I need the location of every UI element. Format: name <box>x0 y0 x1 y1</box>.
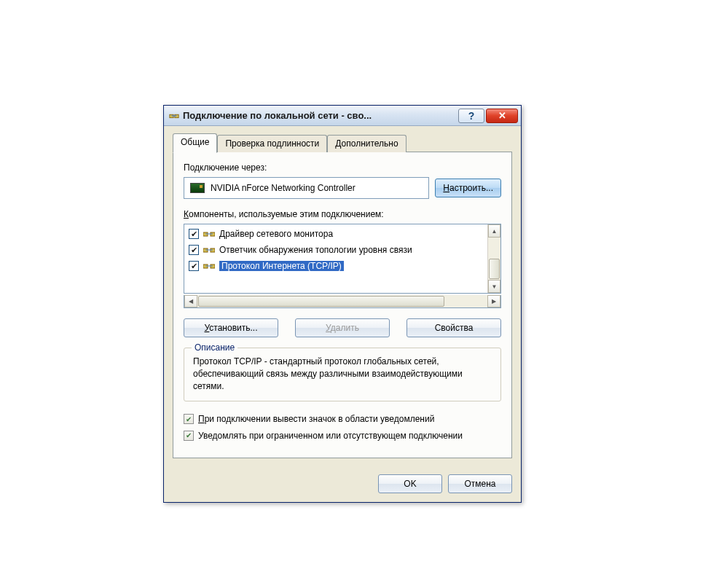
list-item[interactable]: ✔ Драйвер сетевого монитора <box>184 226 487 242</box>
list-item-label: Драйвер сетевого монитора <box>219 229 333 239</box>
list-item-label: Протокол Интернета (TCP/IP) <box>219 260 344 272</box>
properties-dialog: Подключение по локальной сети - сво... ?… <box>163 105 522 503</box>
ok-button[interactable]: OK <box>378 474 442 493</box>
scroll-thumb[interactable] <box>489 259 500 279</box>
protocol-icon <box>203 262 215 270</box>
description-groupbox: Описание Протокол TCP/IP - стандартный п… <box>184 348 501 401</box>
scroll-thumb[interactable] <box>198 296 444 307</box>
protocol-icon <box>203 246 215 254</box>
checkbox-label: При подключении вывести значок в области… <box>198 413 434 425</box>
scroll-down-icon[interactable]: ▼ <box>488 280 500 293</box>
checkbox-icon[interactable]: ✔ <box>184 414 194 424</box>
scroll-right-icon[interactable]: ▶ <box>487 295 500 307</box>
tab-strip: Общие Проверка подлинности Дополнительно <box>173 133 512 152</box>
properties-button[interactable]: Свойства <box>407 318 501 337</box>
list-item[interactable]: ✔ Ответчик обнаружения топологии уровня … <box>184 242 487 258</box>
client-area: Общие Проверка подлинности Дополнительно… <box>164 126 521 467</box>
checkbox-label: Уведомлять при ограниченном или отсутств… <box>198 430 463 442</box>
tab-advanced[interactable]: Дополнительно <box>327 135 406 152</box>
components-items: ✔ Драйвер сетевого монитора ✔ Ответчик о… <box>184 224 487 293</box>
configure-button[interactable]: Настроить... <box>435 179 501 197</box>
adapter-box: NVIDIA nForce Networking Controller <box>184 177 429 199</box>
tab-auth[interactable]: Проверка подлинности <box>217 135 327 152</box>
adapter-name: NVIDIA nForce Networking Controller <box>211 183 356 193</box>
protocol-icon <box>203 230 215 238</box>
components-label: Компоненты, используемые этим подключени… <box>184 209 501 219</box>
checkbox-icon[interactable]: ✔ <box>184 431 194 441</box>
connection-icon <box>168 110 180 122</box>
titlebar[interactable]: Подключение по локальной сети - сво... ?… <box>164 106 521 126</box>
tab-panel-general: Подключение через: NVIDIA nForce Network… <box>173 152 512 458</box>
horizontal-scrollbar[interactable]: ◀ ▶ <box>184 295 501 308</box>
connect-using-label: Подключение через: <box>184 162 501 173</box>
components-listbox[interactable]: ✔ Драйвер сетевого монитора ✔ Ответчик о… <box>184 224 501 294</box>
list-item-label: Ответчик обнаружения топологии уровня св… <box>219 245 412 255</box>
uninstall-button: Удалить <box>295 318 390 337</box>
vertical-scrollbar[interactable]: ▲ ▼ <box>487 224 500 293</box>
show-icon-checkbox[interactable]: ✔ При подключении вывести значок в облас… <box>184 413 501 425</box>
install-button[interactable]: Установить... <box>184 318 278 337</box>
checkbox-icon[interactable]: ✔ <box>189 229 199 239</box>
window-title: Подключение по локальной сети - сво... <box>183 110 458 121</box>
description-text: Протокол TCP/IP - стандартный протокол г… <box>193 356 492 392</box>
description-title: Описание <box>192 342 237 353</box>
dialog-button-row: OK Отмена <box>164 467 521 502</box>
checkbox-icon[interactable]: ✔ <box>189 245 199 255</box>
cancel-button[interactable]: Отмена <box>448 474 512 493</box>
list-item[interactable]: ✔ Протокол Интернета (TCP/IP) <box>184 258 487 274</box>
scroll-up-icon[interactable]: ▲ <box>488 224 500 238</box>
checkbox-icon[interactable]: ✔ <box>189 261 199 271</box>
close-button[interactable]: ✕ <box>486 109 518 123</box>
notify-limited-checkbox[interactable]: ✔ Уведомлять при ограниченном или отсутс… <box>184 430 501 442</box>
help-button[interactable]: ? <box>458 109 484 123</box>
nic-icon <box>190 183 205 193</box>
scroll-track[interactable] <box>197 295 487 307</box>
scroll-left-icon[interactable]: ◀ <box>184 295 197 307</box>
scroll-track[interactable] <box>488 238 500 280</box>
tab-general[interactable]: Общие <box>173 133 217 153</box>
